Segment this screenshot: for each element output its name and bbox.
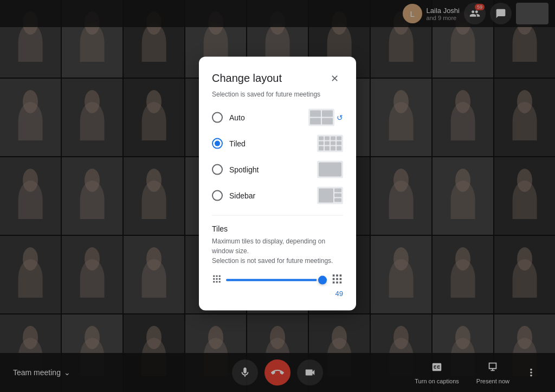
preview-cell [322,110,333,117]
tiles-section: Tiles Maximum tiles to display, dependin… [212,215,343,297]
preview-cell [319,146,324,150]
dialog-title: Change layout [212,72,282,85]
preview-cell [325,146,330,150]
sidebar-preview-side [334,188,341,202]
radio-auto [212,112,223,123]
preview-cell [337,146,341,150]
layout-option-left-auto: Auto [212,112,245,123]
layout-label-tiled: Tiled [229,139,246,147]
refresh-icon: ↺ [337,113,343,121]
layout-option-spotlight[interactable]: Spotlight [212,160,343,178]
preview-cell [334,193,341,197]
preview-cell [331,141,335,145]
layout-label-sidebar: Sidebar [229,191,255,200]
radio-sidebar [212,190,223,201]
preview-cell [331,146,335,150]
preview-cell [337,136,341,140]
layout-option-left-tiled: Tiled [212,138,246,149]
tiles-title: Tiles [212,224,343,233]
sidebar-preview-main [319,188,333,202]
spotlight-preview [317,160,343,178]
preview-cell [325,136,330,140]
preview-cell [325,141,330,145]
preview-cell [334,198,341,202]
layout-label-auto: Auto [229,113,245,121]
tiles-description: Maximum tiles to display, depending on w… [212,236,343,265]
slider-row [212,273,343,287]
tiled-preview [317,134,343,152]
preview-cell [319,141,324,145]
preview-cell [322,118,333,124]
layout-label-spotlight: Spotlight [229,165,259,173]
layout-option-auto[interactable]: Auto ↺ [212,108,343,126]
radio-inner-tiled [215,140,220,146]
auto-preview-wrap: ↺ [308,108,343,126]
layout-option-left-spotlight: Spotlight [212,164,259,175]
dialog-subtitle: Selection is saved for future meetings [212,90,343,98]
spotlight-main [319,162,341,176]
close-icon: ✕ [331,72,339,84]
auto-preview [308,108,334,126]
preview-cell [334,188,341,192]
grid-large-icon [331,273,343,285]
slider-value: 49 [212,289,343,297]
tiles-slider[interactable] [226,279,327,281]
layout-option-sidebar[interactable]: Sidebar [212,187,343,204]
dialog-header: Change layout ✕ [212,69,343,87]
grid-small-icon [212,274,222,284]
sidebar-preview [317,187,343,204]
layout-option-left-sidebar: Sidebar [212,190,255,201]
preview-cell [331,136,335,140]
slider-icon-large [331,273,343,287]
radio-tiled [212,138,223,149]
change-layout-dialog: Change layout ✕ Selection is saved for f… [199,56,356,310]
preview-cell [337,141,341,145]
preview-cell [310,110,321,117]
preview-cell [310,118,321,124]
preview-cell [319,136,324,140]
layout-option-tiled[interactable]: Tiled [212,134,343,152]
dialog-close-button[interactable]: ✕ [326,69,343,87]
slider-icon-small [212,274,222,286]
radio-spotlight [212,164,223,175]
